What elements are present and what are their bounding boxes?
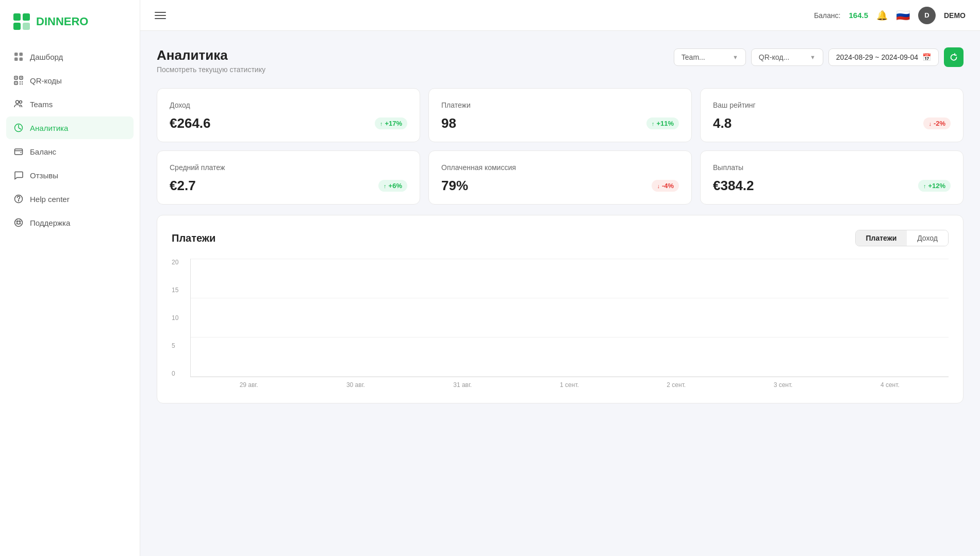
refresh-button[interactable]	[944, 47, 964, 67]
sidebar-item-balance[interactable]: Баланс	[6, 140, 134, 163]
badge-arrow-4: ↓	[657, 183, 660, 189]
svg-rect-1	[23, 13, 30, 21]
svg-rect-11	[21, 77, 22, 78]
users-icon	[13, 99, 24, 109]
stat-label-4: Оплаченная комиссия	[441, 163, 679, 172]
chart-tab-0[interactable]: Платежи	[856, 230, 907, 246]
stats-grid: Доход €264.6 ↑ +17% Платежи 98 ↑ +11% Ва…	[157, 88, 964, 205]
stat-row-4: 79% ↓ -4%	[441, 178, 679, 194]
chart-area: 20151050 29 авг.30 авг.31 авг.1 сент.2 с…	[172, 259, 949, 393]
stat-label-0: Доход	[170, 101, 407, 109]
x-label-1: 30 авг.	[302, 381, 409, 389]
topbar: Баланс: 164.5 🔔 🇷🇺 D DEMO	[140, 0, 980, 31]
page-subtitle: Посмотреть текущую статистику	[157, 65, 265, 74]
sidebar-item-teams[interactable]: Teams	[6, 93, 134, 115]
chart-tab-1[interactable]: Доход	[907, 230, 948, 246]
y-axis: 20151050	[172, 259, 186, 377]
qr-filter-label: QR-код...	[759, 53, 789, 61]
badge-arrow-5: ↑	[923, 183, 926, 189]
page-title-block: Аналитика Посмотреть текущую статистику	[157, 47, 265, 74]
topbar-right: Баланс: 164.5 🔔 🇷🇺 D DEMO	[814, 7, 966, 24]
stat-card-4: Оплаченная комиссия 79% ↓ -4%	[428, 150, 692, 205]
sidebar-item-qr[interactable]: QR-коды	[6, 69, 134, 92]
sidebar-item-dashboard[interactable]: Дашборд	[6, 45, 134, 68]
help-icon	[13, 194, 24, 204]
stat-label-2: Ваш рейтинг	[713, 101, 951, 109]
stat-card-1: Платежи 98 ↑ +11%	[428, 88, 692, 142]
svg-rect-3	[23, 23, 30, 30]
grid-line	[191, 337, 949, 338]
qr-filter[interactable]: QR-код... ▼	[751, 48, 823, 66]
stat-value-2: 4.8	[713, 115, 732, 131]
bell-icon[interactable]: 🔔	[876, 10, 888, 21]
stat-row-2: 4.8 ↓ -2%	[713, 115, 951, 131]
bars-container	[190, 259, 949, 377]
team-filter-chevron: ▼	[733, 54, 738, 60]
svg-point-24	[15, 219, 23, 227]
badge-arrow-3: ↑	[384, 183, 387, 189]
sidebar-item-help[interactable]: Help center	[6, 188, 134, 210]
svg-rect-13	[15, 82, 16, 83]
stat-badge-0: ↑ +17%	[375, 117, 407, 129]
svg-point-18	[16, 100, 19, 104]
stat-value-5: €384.2	[713, 178, 754, 194]
sidebar-qr-label: QR-коды	[30, 76, 62, 85]
balance-label: Баланс:	[814, 11, 841, 20]
topbar-left	[155, 12, 166, 19]
stat-row-3: €2.7 ↑ +6%	[170, 178, 407, 194]
main-content: Баланс: 164.5 🔔 🇷🇺 D DEMO Аналитика Посм…	[140, 0, 980, 556]
grid-icon	[13, 52, 24, 62]
qr-filter-chevron: ▼	[810, 54, 816, 60]
stat-value-1: 98	[441, 115, 456, 131]
stat-badge-3: ↑ +6%	[378, 180, 407, 192]
x-label-0: 29 авг.	[195, 381, 302, 389]
y-label: 0	[172, 370, 186, 377]
date-filter[interactable]: 2024-08-29 ~ 2024-09-04 📅	[828, 48, 939, 66]
stat-label-1: Платежи	[441, 101, 679, 109]
sidebar-balance-label: Баланс	[30, 147, 56, 156]
sidebar-item-support[interactable]: Поддержка	[6, 211, 134, 234]
stat-badge-2: ↓ -2%	[923, 117, 951, 129]
analytics-icon	[13, 123, 24, 133]
team-filter-label: Team...	[682, 53, 705, 61]
svg-point-25	[17, 221, 20, 224]
svg-rect-0	[13, 13, 21, 21]
y-label: 20	[172, 259, 186, 266]
svg-rect-5	[20, 53, 23, 56]
avatar: D	[918, 7, 936, 24]
svg-rect-14	[20, 81, 21, 82]
stat-row-0: €264.6 ↑ +17%	[170, 115, 407, 131]
badge-arrow-1: ↑	[652, 121, 655, 127]
sidebar-item-reviews[interactable]: Отзывы	[6, 164, 134, 187]
flag-icon: 🇷🇺	[896, 9, 910, 22]
svg-rect-17	[22, 83, 23, 85]
sidebar-analytics-label: Аналитика	[30, 124, 68, 132]
stat-value-3: €2.7	[170, 178, 196, 194]
sidebar-reviews-label: Отзывы	[30, 171, 58, 180]
chart-section: Платежи ПлатежиДоход 20151050 29 авг.30 …	[157, 215, 964, 403]
stat-badge-5: ↑ +12%	[918, 180, 951, 192]
stat-value-4: 79%	[441, 178, 468, 194]
sidebar-nav: Дашборд QR-коды	[0, 41, 140, 238]
chart-tabs: ПлатежиДоход	[855, 230, 949, 246]
hamburger-menu[interactable]	[155, 12, 166, 19]
x-label-4: 2 сент.	[623, 381, 729, 389]
badge-arrow-2: ↓	[928, 121, 932, 127]
team-filter[interactable]: Team... ▼	[674, 48, 746, 66]
svg-rect-15	[22, 81, 23, 82]
sidebar-item-analytics[interactable]: Аналитика	[6, 116, 134, 139]
user-name: DEMO	[944, 11, 966, 20]
logo-icon	[12, 12, 31, 31]
stat-row-5: €384.2 ↑ +12%	[713, 178, 951, 194]
stat-badge-4: ↓ -4%	[652, 180, 679, 192]
filters: Team... ▼ QR-код... ▼ 2024-08-29 ~ 2024-…	[674, 47, 964, 67]
stat-card-0: Доход €264.6 ↑ +17%	[157, 88, 420, 142]
stat-badge-1: ↑ +11%	[646, 117, 679, 129]
sidebar-dashboard-label: Дашборд	[30, 53, 63, 61]
stat-card-5: Выплаты €384.2 ↑ +12%	[700, 150, 964, 205]
content-area: Аналитика Посмотреть текущую статистику …	[140, 31, 980, 420]
svg-rect-9	[15, 77, 16, 78]
stat-row-1: 98 ↑ +11%	[441, 115, 679, 131]
sidebar: DINNERO Дашборд	[0, 0, 140, 556]
calendar-icon: 📅	[922, 53, 931, 61]
